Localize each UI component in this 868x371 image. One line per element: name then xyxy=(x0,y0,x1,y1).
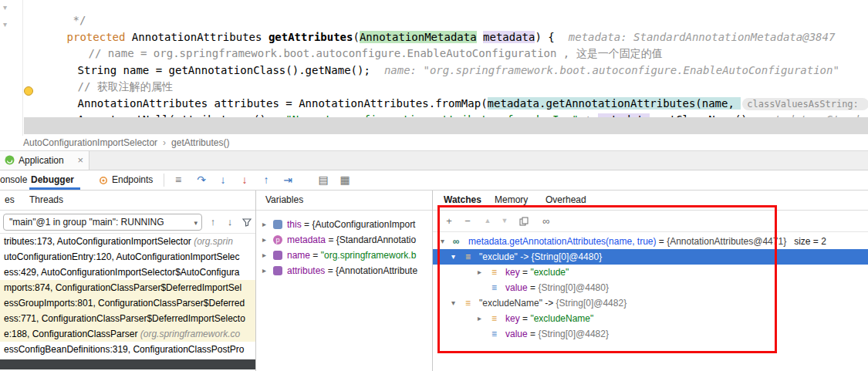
code-editor[interactable]: ▾ ▾ */ protected AnnotationAttributes ge… xyxy=(0,0,868,136)
variable-row[interactable]: ▸ p metadata = {StandardAnnotatio xyxy=(256,232,432,248)
field-name: value xyxy=(505,282,528,293)
frame-text: ess:771, ConfigurationClassParser$Deferr… xyxy=(4,313,245,324)
horizontal-scrollbar[interactable] xyxy=(0,359,255,369)
tab-watches[interactable]: Watches xyxy=(444,191,481,210)
show-watches-icon[interactable]: ∞ xyxy=(539,211,553,231)
variable-name: metadata xyxy=(287,234,326,245)
map-key-row[interactable]: ▸ ≡ key = "excludeName" xyxy=(433,311,868,326)
code-line-3: // name = org.springframework.boot.autoc… xyxy=(49,35,663,51)
toolbar-separator xyxy=(164,174,164,187)
field-name: key xyxy=(505,313,520,324)
expander-icon[interactable]: ▾ xyxy=(441,234,444,249)
watches-toolbar: + − ▲ ▼ ∞ xyxy=(433,211,868,232)
expander-icon[interactable]: ▸ xyxy=(478,265,481,280)
move-down-button[interactable]: ▼ xyxy=(498,211,512,231)
frame-row[interactable]: essConfigBeanDefinitions:319, Configurat… xyxy=(0,342,255,357)
step-into-button[interactable]: ↓ xyxy=(216,170,230,190)
equals-text: = xyxy=(310,250,321,261)
frame-package: (org.springframework.co xyxy=(140,329,240,339)
inline-debugger-hint: name: "org.springframework.boot.autoconf… xyxy=(384,64,839,76)
equals-text: = xyxy=(528,282,539,293)
frame-row[interactable]: mports:874, ConfigurationClassParser$Def… xyxy=(0,280,255,295)
breadcrumb-method[interactable]: getAttributes() xyxy=(171,137,229,148)
layout-grid-icon[interactable]: ▤ xyxy=(316,170,330,190)
variable-value: "org.springframework.b xyxy=(321,250,417,261)
expander-icon[interactable]: ▾ xyxy=(451,295,455,311)
frame-text: e:188, ConfigurationClassParser xyxy=(4,329,140,339)
close-icon[interactable]: × xyxy=(77,151,83,170)
expander-icon[interactable]: ▸ xyxy=(262,232,266,248)
variable-row[interactable]: ▸ name = "org.springframework.b xyxy=(256,248,432,263)
tab-console[interactable]: onsole xyxy=(0,170,27,190)
copy-icon[interactable] xyxy=(519,217,529,226)
frame-row[interactable]: tributes:173, AutoConfigurationImportSel… xyxy=(0,234,255,249)
map-value-row[interactable]: ≡ value = {String[0]@4480} xyxy=(433,280,868,295)
collection-size: size = 2 xyxy=(794,236,826,247)
frame-text: essConfigBeanDefinitions:319, Configurat… xyxy=(4,344,245,355)
frame-row[interactable]: essGroupImports:801, ConfigurationClassP… xyxy=(0,295,255,311)
field-value: "exclude" xyxy=(530,267,569,278)
field-value: "excludeName" xyxy=(530,313,593,324)
code-line-1: */ xyxy=(34,2,86,18)
intention-bulb-icon[interactable] xyxy=(24,86,33,96)
next-frame-button[interactable]: ↓ xyxy=(224,214,236,231)
remove-watch-button[interactable]: − xyxy=(461,211,475,231)
tab-memory[interactable]: Memory xyxy=(495,191,528,210)
frame-row[interactable]: utoConfigurationEntry:120, AutoConfigura… xyxy=(0,249,255,265)
expander-icon[interactable]: ▸ xyxy=(478,311,481,326)
equals-text: = xyxy=(656,236,667,247)
map-entry-row[interactable]: ▾ ≡ "excludeName" -> {String[0]@4482} xyxy=(433,295,868,311)
expander-icon[interactable]: ▸ xyxy=(262,217,266,232)
frame-row[interactable]: ess:771, ConfigurationClassParser$Deferr… xyxy=(0,311,255,326)
watch-row[interactable]: ▾ ∞ metadata.getAnnotationAttributes(nam… xyxy=(433,234,868,249)
expander-icon[interactable]: ▸ xyxy=(262,248,266,263)
expander-icon[interactable]: ▸ xyxy=(262,263,266,278)
watch-expression: metadata.getAnnotationAttributes(name, t… xyxy=(468,236,656,247)
layout-menu-icon[interactable]: ≡ xyxy=(171,170,185,190)
filter-icon[interactable] xyxy=(242,218,252,227)
frame-row[interactable]: ess:429, AutoConfigurationImportSelector… xyxy=(0,265,255,280)
code-line-6: AnnotationAttributes attributes = Annota… xyxy=(39,85,868,101)
watch-glasses-icon: ∞ xyxy=(453,234,460,249)
variable-row[interactable]: ▸ this = {AutoConfigurationImport xyxy=(256,217,432,232)
map-entry-icon: ≡ xyxy=(465,295,471,311)
expander-icon[interactable]: ▾ xyxy=(451,249,455,265)
tab-application[interactable]: Application × xyxy=(0,151,90,170)
thread-selector[interactable]: "main"@1 in group "main": RUNNING ▾ xyxy=(3,214,202,231)
fold-marker-icon[interactable]: ▾ xyxy=(3,3,7,12)
tab-endpoints[interactable]: Endpoints xyxy=(112,170,153,190)
fold-marker-icon[interactable]: ▾ xyxy=(3,20,7,29)
variables-panel-header: Variables xyxy=(256,191,432,211)
key-icon: ≡ xyxy=(491,265,497,280)
step-out-button[interactable]: ↑ xyxy=(259,170,273,190)
tab-frames[interactable]: es xyxy=(5,191,15,210)
code-line-8-execution-line: + " annotated with " + ClassUtils.getSho… xyxy=(24,117,868,134)
key-icon: ≡ xyxy=(491,311,497,326)
object-icon xyxy=(273,220,282,229)
run-to-cursor-button[interactable]: ⇥ xyxy=(281,170,295,190)
field-name: key xyxy=(505,267,520,278)
frame-package: (org.sprin xyxy=(194,236,233,247)
variable-row[interactable]: ▸ attributes = {AnnotationAttribute xyxy=(256,263,432,278)
tab-overhead[interactable]: Overhead xyxy=(545,191,586,210)
map-value-row[interactable]: ≡ value = {String[0]@4482} xyxy=(433,326,868,342)
code-line-5: // 获取注解的属性 xyxy=(39,68,173,84)
frame-text: tributes:173, AutoConfigurationImportSel… xyxy=(4,236,194,247)
step-over-button[interactable]: ↷ xyxy=(194,170,208,190)
variable-value: {AnnotationAttribute xyxy=(336,265,417,276)
frame-row[interactable]: e:188, ConfigurationClassParser (org.spr… xyxy=(0,326,255,342)
settings-grid-icon[interactable]: ▦ xyxy=(338,170,352,190)
breadcrumb-class[interactable]: AutoConfigurationImportSelector xyxy=(23,137,157,148)
force-step-into-button[interactable]: ↓ xyxy=(238,170,252,190)
breadcrumb: AutoConfigurationImportSelector›getAttri… xyxy=(0,136,868,151)
map-entry-row-selected[interactable]: ▾ ≡ "exclude" -> {String[0]@4480} xyxy=(433,249,868,265)
frames-panel: es Threads "main"@1 in group "main": RUN… xyxy=(0,191,256,371)
map-key-row[interactable]: ▸ ≡ key = "exclude" xyxy=(433,265,868,280)
tool-window-tab-bar: Application × xyxy=(0,151,868,170)
endpoints-icon xyxy=(99,176,108,185)
add-watch-button[interactable]: + xyxy=(442,211,456,231)
tab-threads[interactable]: Threads xyxy=(29,191,63,210)
debug-toolbar: onsole Debugger Endpoints ≡ ↷ ↓ ↓ ↑ ⇥ ▤ … xyxy=(0,170,868,191)
previous-frame-button[interactable]: ↑ xyxy=(207,214,219,231)
move-up-button[interactable]: ▲ xyxy=(481,211,495,231)
